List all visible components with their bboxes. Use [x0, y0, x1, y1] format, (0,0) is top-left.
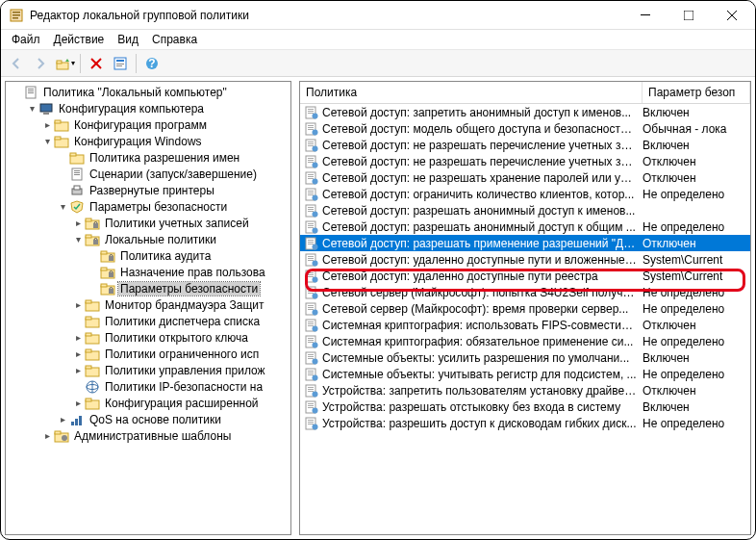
tree-item[interactable]: ▸Политики учетных записей [6, 215, 290, 231]
svg-point-131 [313, 293, 318, 298]
svg-rect-113 [308, 240, 314, 241]
policy-name: Системные объекты: учитывать регистр для… [322, 368, 643, 381]
up-button[interactable]: ▾ [53, 52, 76, 75]
policy-row[interactable]: Устройства: разрешить доступ к дисковода… [300, 415, 750, 431]
svg-rect-138 [308, 321, 314, 322]
column-policy[interactable]: Политика [300, 82, 643, 103]
policy-row[interactable]: Сетевой сервер (Майкрософт): попытка S4U… [300, 284, 750, 300]
policy-row[interactable]: Устройства: запретить пользователям уста… [300, 382, 750, 399]
expand-toggle-icon[interactable]: ▸ [71, 365, 85, 375]
forward-button[interactable] [29, 52, 52, 75]
tree-item[interactable]: ▾Локальные политики [6, 231, 290, 247]
policy-row[interactable]: Сетевой доступ: удаленно доступные пути … [300, 251, 750, 268]
close-button[interactable] [710, 1, 753, 29]
tree-item[interactable]: Политики IP-безопасности на [6, 378, 290, 395]
svg-rect-155 [308, 374, 314, 375]
policy-icon [304, 203, 319, 219]
tree-item[interactable]: Назначение прав пользова [6, 264, 290, 280]
delete-button[interactable] [85, 52, 108, 75]
tree-item-icon [85, 363, 100, 378]
policy-row[interactable]: Устройства: разрешать отстыковку без вхо… [300, 399, 750, 415]
tree-item-icon [69, 412, 85, 427]
policy-icon [304, 301, 319, 317]
policy-row[interactable]: Сетевой доступ: модель общего доступа и … [300, 120, 750, 137]
svg-rect-70 [55, 431, 61, 434]
policy-row[interactable]: Системные объекты: учитывать регистр для… [300, 366, 750, 382]
tree-item[interactable]: Параметры безопасности [6, 280, 290, 296]
tree-item[interactable]: ▸Политики ограниченного исп [6, 346, 290, 362]
tree-item[interactable]: ▸Политики управления прилож [6, 362, 290, 378]
help-button[interactable]: ? [140, 52, 164, 75]
expand-toggle-icon[interactable]: ▸ [71, 299, 85, 310]
tree-item[interactable]: ▸QoS на основе политики [6, 411, 290, 427]
svg-rect-139 [308, 323, 314, 324]
tree-item[interactable]: ▾Параметры безопасности [6, 198, 290, 215]
tree-item[interactable]: Политика аудита [6, 247, 290, 264]
svg-rect-1 [13, 12, 20, 13]
expand-toggle-icon[interactable]: ▸ [40, 119, 54, 130]
policy-row[interactable]: Сетевой доступ: разрешать анонимный дост… [300, 202, 750, 219]
policy-icon [304, 154, 319, 169]
policy-icon [304, 350, 319, 366]
svg-rect-27 [55, 137, 61, 140]
minimize-button[interactable] [623, 1, 667, 29]
policy-row[interactable]: Системные объекты: усилить разрешения по… [300, 349, 750, 366]
policy-row[interactable]: Сетевой доступ: не разрешать хранение па… [300, 169, 750, 186]
policy-list[interactable]: Сетевой доступ: запретить анонимный дост… [300, 104, 750, 534]
expand-toggle-icon[interactable]: ▾ [71, 234, 85, 244]
policy-row[interactable]: Сетевой сервер (Майкрософт): время прове… [300, 300, 750, 317]
svg-rect-83 [308, 141, 314, 142]
properties-button[interactable] [109, 52, 132, 75]
menu-file[interactable]: Файл [5, 31, 47, 48]
expand-toggle-icon[interactable]: ▾ [56, 201, 69, 212]
policy-name: Устройства: запретить пользователям уста… [322, 384, 643, 398]
menu-view[interactable]: Вид [111, 31, 145, 48]
expand-toggle-icon[interactable]: ▸ [56, 414, 69, 424]
policy-icon [304, 285, 319, 300]
menu-action[interactable]: Действие [47, 31, 112, 48]
policy-row[interactable]: Системная криптография: обязательное при… [300, 333, 750, 349]
tree-item[interactable]: ▸Конфигурация программ [6, 116, 290, 133]
svg-rect-66 [71, 422, 74, 425]
tree-item[interactable]: Политики диспетчера списка [6, 313, 290, 329]
policy-row[interactable]: Системная криптография: использовать FIP… [300, 317, 750, 333]
tree-item[interactable]: ▸Политики открытого ключа [6, 329, 290, 346]
chevron-down-icon: ▾ [71, 59, 75, 67]
svg-rect-25 [55, 120, 61, 123]
tree-item[interactable]: ▾Конфигурация компьютера [6, 100, 290, 116]
back-button[interactable] [5, 52, 28, 75]
svg-rect-9 [57, 61, 62, 64]
svg-rect-2 [13, 14, 20, 16]
tree-item[interactable]: ▾Конфигурация Windows [6, 133, 290, 149]
policy-row[interactable]: Сетевой доступ: удаленно доступные пути … [300, 268, 750, 284]
expand-toggle-icon[interactable]: ▸ [40, 430, 54, 441]
tree-item[interactable]: ▸Административные шаблоны [6, 427, 290, 444]
policy-row[interactable]: Сетевой доступ: не разрешать перечислени… [300, 153, 750, 169]
list-pane: Политика Параметр безоп Сетевой доступ: … [299, 81, 751, 535]
expand-toggle-icon[interactable]: ▸ [71, 348, 85, 359]
tree-item[interactable]: ▸Конфигурация расширенной [6, 395, 290, 411]
policy-row[interactable]: Сетевой доступ: запретить анонимный дост… [300, 104, 750, 120]
expand-toggle-icon[interactable]: ▾ [25, 103, 38, 114]
policy-row[interactable]: Сетевой доступ: разрешать применение раз… [300, 235, 750, 251]
tree-item[interactable]: Сценарии (запуск/завершение) [6, 166, 290, 182]
policy-name: Системные объекты: усилить разрешения по… [322, 351, 643, 365]
policy-row[interactable]: Сетевой доступ: разрешать анонимный дост… [300, 219, 750, 235]
column-value[interactable]: Параметр безоп [643, 82, 750, 103]
tree-item[interactable]: Политика "Локальный компьютер" [6, 84, 290, 100]
svg-rect-52 [86, 300, 91, 303]
policy-tree[interactable]: Политика "Локальный компьютер"▾Конфигура… [6, 82, 290, 534]
expand-toggle-icon[interactable]: ▸ [71, 218, 85, 228]
policy-row[interactable]: Сетевой доступ: ограничить количество кл… [300, 186, 750, 202]
policy-row[interactable]: Сетевой доступ: не разрешать перечислени… [300, 137, 750, 153]
expand-toggle-icon[interactable]: ▸ [71, 332, 85, 343]
expand-toggle-icon[interactable]: ▾ [40, 136, 54, 146]
maximize-button[interactable] [667, 1, 710, 29]
tree-item[interactable]: Политика разрешения имен [6, 149, 290, 166]
svg-rect-40 [86, 235, 91, 238]
tree-item[interactable]: ▸Монитор брандмауэра Защит [6, 296, 290, 313]
menu-help[interactable]: Справка [145, 31, 204, 48]
expand-toggle-icon[interactable]: ▸ [71, 398, 85, 408]
tree-item[interactable]: Развернутые принтеры [6, 182, 290, 198]
policy-icon [304, 138, 319, 153]
